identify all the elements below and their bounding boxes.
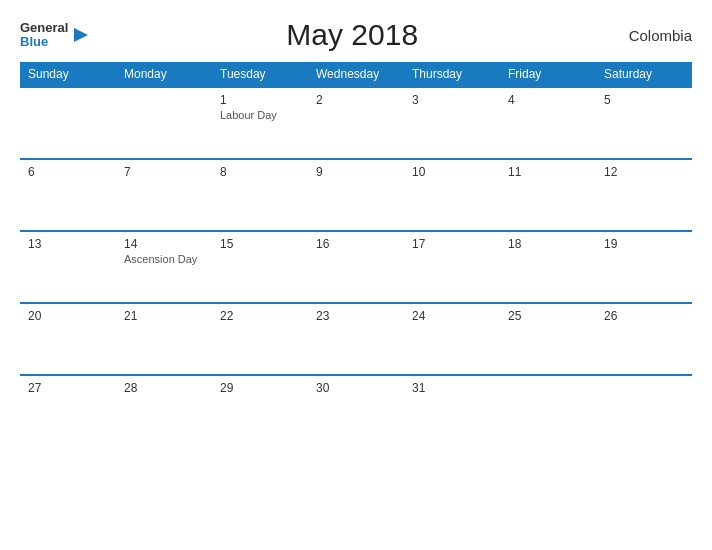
day-num-w1-d2: 8 [220, 165, 300, 179]
cell-w1-d3: 9 [308, 159, 404, 231]
day-num-w0-d2: 1 [220, 93, 300, 107]
cell-w2-d5: 18 [500, 231, 596, 303]
cell-w4-d1: 28 [116, 375, 212, 447]
header-sunday: Sunday [20, 62, 116, 87]
cell-w2-d4: 17 [404, 231, 500, 303]
header-monday: Monday [116, 62, 212, 87]
cell-w1-d5: 11 [500, 159, 596, 231]
calendar-page: General Blue May 2018 Colombia Sunday Mo… [0, 0, 712, 550]
day-num-w4-d0: 27 [28, 381, 108, 395]
day-num-w2-d0: 13 [28, 237, 108, 251]
cell-w3-d4: 24 [404, 303, 500, 375]
day-num-w3-d3: 23 [316, 309, 396, 323]
cell-w1-d6: 12 [596, 159, 692, 231]
cell-w1-d1: 7 [116, 159, 212, 231]
weekday-header-row: Sunday Monday Tuesday Wednesday Thursday… [20, 62, 692, 87]
cell-w1-d4: 10 [404, 159, 500, 231]
day-num-w1-d0: 6 [28, 165, 108, 179]
day-num-w0-d5: 4 [508, 93, 588, 107]
cell-w0-d6: 5 [596, 87, 692, 159]
day-num-w0-d4: 3 [412, 93, 492, 107]
cell-w4-d0: 27 [20, 375, 116, 447]
header-wednesday: Wednesday [308, 62, 404, 87]
logo-general-text: General [20, 21, 68, 35]
day-num-w0-d6: 5 [604, 93, 684, 107]
header: General Blue May 2018 Colombia [20, 18, 692, 52]
cell-w2-d6: 19 [596, 231, 692, 303]
day-num-w2-d5: 18 [508, 237, 588, 251]
cell-w3-d3: 23 [308, 303, 404, 375]
cell-w4-d3: 30 [308, 375, 404, 447]
cell-w2-d1: 14Ascension Day [116, 231, 212, 303]
day-num-w3-d2: 22 [220, 309, 300, 323]
calendar-title: May 2018 [92, 18, 612, 52]
day-num-w4-d3: 30 [316, 381, 396, 395]
day-num-w3-d4: 24 [412, 309, 492, 323]
week-row-2: 1314Ascension Day1516171819 [20, 231, 692, 303]
calendar-table: Sunday Monday Tuesday Wednesday Thursday… [20, 62, 692, 447]
day-num-w1-d3: 9 [316, 165, 396, 179]
cell-w3-d2: 22 [212, 303, 308, 375]
day-num-w1-d1: 7 [124, 165, 204, 179]
logo: General Blue [20, 21, 92, 50]
day-num-w4-d2: 29 [220, 381, 300, 395]
cell-w4-d6 [596, 375, 692, 447]
header-friday: Friday [500, 62, 596, 87]
header-thursday: Thursday [404, 62, 500, 87]
cell-w3-d0: 20 [20, 303, 116, 375]
header-tuesday: Tuesday [212, 62, 308, 87]
week-row-4: 2728293031 [20, 375, 692, 447]
cell-w4-d2: 29 [212, 375, 308, 447]
day-num-w4-d4: 31 [412, 381, 492, 395]
cell-w2-d0: 13 [20, 231, 116, 303]
cell-w3-d5: 25 [500, 303, 596, 375]
cell-w3-d6: 26 [596, 303, 692, 375]
cell-w0-d1 [116, 87, 212, 159]
day-num-w1-d5: 11 [508, 165, 588, 179]
cell-w0-d0 [20, 87, 116, 159]
day-num-w1-d4: 10 [412, 165, 492, 179]
logo-flag-icon [70, 24, 92, 46]
day-num-w0-d3: 2 [316, 93, 396, 107]
week-row-1: 6789101112 [20, 159, 692, 231]
cell-w4-d4: 31 [404, 375, 500, 447]
day-num-w2-d1: 14 [124, 237, 204, 251]
header-saturday: Saturday [596, 62, 692, 87]
calendar-header: Sunday Monday Tuesday Wednesday Thursday… [20, 62, 692, 87]
cell-w0-d5: 4 [500, 87, 596, 159]
cell-w1-d0: 6 [20, 159, 116, 231]
cell-w0-d2: 1Labour Day [212, 87, 308, 159]
cell-w3-d1: 21 [116, 303, 212, 375]
svg-marker-0 [74, 28, 88, 42]
day-num-w2-d4: 17 [412, 237, 492, 251]
week-row-0: 1Labour Day2345 [20, 87, 692, 159]
holiday-w0-d2: Labour Day [220, 109, 300, 121]
country-label: Colombia [612, 27, 692, 44]
day-num-w3-d5: 25 [508, 309, 588, 323]
week-row-3: 20212223242526 [20, 303, 692, 375]
calendar-body: 1Labour Day234567891011121314Ascension D… [20, 87, 692, 447]
cell-w2-d2: 15 [212, 231, 308, 303]
cell-w1-d2: 8 [212, 159, 308, 231]
logo-blue-text: Blue [20, 35, 48, 49]
day-num-w2-d2: 15 [220, 237, 300, 251]
cell-w4-d5 [500, 375, 596, 447]
day-num-w2-d6: 19 [604, 237, 684, 251]
cell-w2-d3: 16 [308, 231, 404, 303]
day-num-w2-d3: 16 [316, 237, 396, 251]
day-num-w1-d6: 12 [604, 165, 684, 179]
cell-w0-d4: 3 [404, 87, 500, 159]
day-num-w4-d1: 28 [124, 381, 204, 395]
day-num-w3-d1: 21 [124, 309, 204, 323]
holiday-w2-d1: Ascension Day [124, 253, 204, 265]
cell-w0-d3: 2 [308, 87, 404, 159]
day-num-w3-d6: 26 [604, 309, 684, 323]
day-num-w3-d0: 20 [28, 309, 108, 323]
